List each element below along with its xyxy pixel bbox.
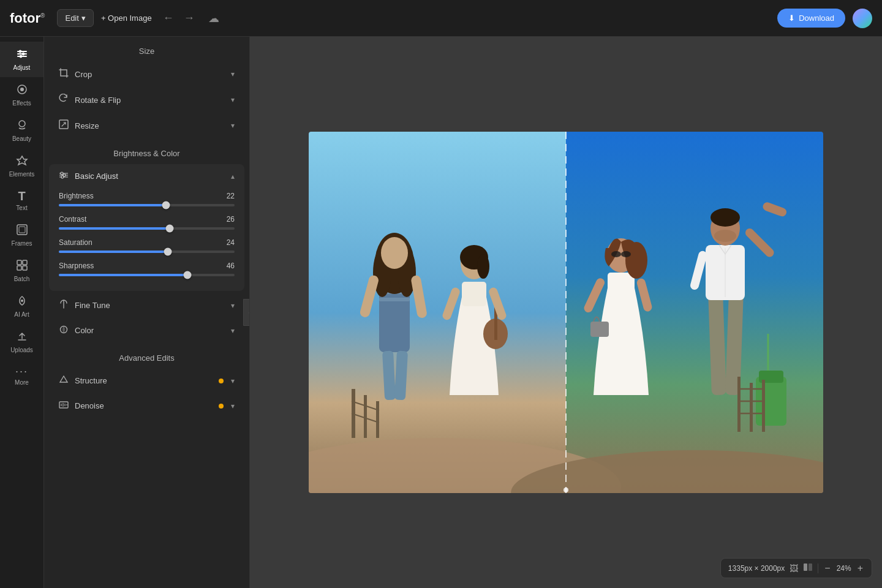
- crop-chevron: ▾: [231, 70, 235, 78]
- sidebar-item-ai-art[interactable]: AI Art: [0, 288, 43, 324]
- panel: Size Crop ▾ Rotate & Flip ▾: [44, 37, 250, 588]
- structure-item[interactable]: Structure ▾: [49, 369, 244, 393]
- rotate-icon: [59, 94, 69, 106]
- svg-rect-83: [737, 377, 741, 432]
- sidebar-item-more[interactable]: ··· More: [0, 360, 43, 392]
- sidebar-label-elements: Elements: [9, 171, 35, 178]
- svg-point-48: [381, 237, 408, 269]
- svg-point-76: [714, 230, 736, 242]
- topbar-right: ⬇ Download: [777, 9, 872, 28]
- denoise-dot: [219, 404, 224, 409]
- zoom-in-button[interactable]: +: [856, 563, 864, 574]
- svg-rect-92: [809, 564, 812, 571]
- sidebar-item-batch[interactable]: Batch: [0, 253, 43, 288]
- brightness-slider-row: Brightness 22: [59, 192, 235, 206]
- svg-rect-84: [750, 383, 753, 432]
- elements-icon: [16, 154, 28, 168]
- basic-adjust-chevron: ▴: [231, 172, 235, 181]
- svg-point-7: [20, 88, 24, 91]
- advanced-edits-section-title: Advanced Edits: [44, 344, 249, 369]
- contrast-label: Contrast: [59, 215, 86, 224]
- sidebar-label-batch: Batch: [14, 276, 30, 282]
- saturation-track[interactable]: [59, 251, 235, 253]
- size-section-title: Size: [44, 37, 249, 62]
- basic-adjust-header[interactable]: Basic Adjust ▴: [49, 164, 244, 188]
- sharpness-track[interactable]: [59, 274, 235, 276]
- svg-rect-15: [23, 266, 27, 270]
- crop-item[interactable]: Crop ▾: [49, 62, 244, 86]
- sidebar-item-frames[interactable]: Frames: [0, 217, 43, 253]
- rotate-chevron: ▾: [231, 96, 235, 104]
- more-icon: ···: [15, 366, 28, 377]
- saturation-label: Saturation: [59, 238, 92, 247]
- sidebar-label-adjust: Adjust: [13, 64, 31, 71]
- uploads-icon: [16, 330, 28, 344]
- cloud-icon[interactable]: ☁: [208, 12, 219, 25]
- back-button[interactable]: ←: [159, 9, 178, 27]
- svg-point-63: [625, 242, 647, 279]
- open-image-button[interactable]: + Open Image: [101, 13, 152, 23]
- sidebar-item-text[interactable]: T Text: [0, 184, 43, 217]
- svg-rect-53: [462, 282, 486, 306]
- svg-rect-10: [17, 225, 27, 235]
- zoom-out-button[interactable]: −: [823, 563, 831, 574]
- contrast-track[interactable]: [59, 227, 235, 230]
- sidebar-item-beauty[interactable]: Beauty: [0, 113, 43, 148]
- svg-rect-67: [590, 322, 609, 337]
- svg-point-75: [710, 208, 740, 227]
- topbar: fotor® Edit ▾ + Open Image ← → ☁ ⬇ Downl…: [0, 0, 882, 37]
- sidebar-item-uploads[interactable]: Uploads: [0, 324, 43, 360]
- status-divider: [818, 564, 818, 573]
- sidebar-item-effects[interactable]: Effects: [0, 77, 43, 113]
- svg-point-5: [20, 55, 22, 58]
- nav-arrows: ← →: [159, 9, 198, 27]
- compare-icon[interactable]: [803, 562, 813, 574]
- photo-mockup: [309, 132, 823, 493]
- sidebar-label-more: More: [15, 379, 29, 386]
- image-container: [309, 132, 823, 493]
- structure-dot: [219, 379, 224, 383]
- denoise-item[interactable]: Denoise ▾: [49, 394, 244, 418]
- resize-item[interactable]: Resize ▾: [49, 113, 244, 138]
- contrast-value: 26: [220, 215, 235, 224]
- sharpness-label: Sharpness: [59, 262, 94, 270]
- download-button[interactable]: ⬇ Download: [777, 9, 845, 28]
- edit-button[interactable]: Edit ▾: [57, 9, 93, 27]
- fine-tune-label: Fine Tune: [75, 301, 110, 310]
- svg-rect-0: [17, 51, 27, 52]
- saturation-value: 24: [220, 238, 235, 247]
- crop-icon: [59, 68, 69, 80]
- brightness-track[interactable]: [59, 204, 235, 206]
- svg-marker-9: [17, 156, 27, 165]
- rotate-flip-item[interactable]: Rotate & Flip ▾: [49, 88, 244, 112]
- svg-point-65: [621, 251, 631, 257]
- color-label: Color: [75, 326, 94, 335]
- sidebar-item-elements[interactable]: Elements: [0, 148, 43, 184]
- color-item[interactable]: Color ▾: [49, 318, 244, 342]
- resize-label: Resize: [75, 121, 99, 130]
- frames-icon: [16, 224, 28, 238]
- svg-rect-14: [17, 266, 21, 270]
- avatar[interactable]: [853, 9, 872, 28]
- contrast-slider-row: Contrast 26: [59, 215, 235, 230]
- svg-rect-36: [376, 401, 379, 438]
- fine-tune-item[interactable]: Fine Tune ▾: [49, 293, 244, 317]
- forward-button[interactable]: →: [180, 9, 198, 27]
- icon-sidebar: Adjust Effects Beauty Elements T Text: [0, 37, 44, 588]
- svg-point-3: [19, 50, 21, 53]
- svg-point-4: [22, 53, 24, 55]
- sharpness-value: 46: [220, 262, 235, 270]
- batch-icon: [16, 259, 28, 273]
- sidebar-item-adjust[interactable]: Adjust: [0, 42, 43, 77]
- sidebar-label-text: Text: [16, 205, 27, 211]
- image-dimensions: 1335px × 2000px: [728, 564, 785, 573]
- color-chevron: ▾: [231, 326, 235, 335]
- collapse-panel-button[interactable]: ‹: [243, 299, 250, 326]
- resize-chevron: ▾: [231, 121, 235, 130]
- svg-point-64: [611, 251, 621, 257]
- sidebar-label-beauty: Beauty: [12, 135, 31, 142]
- adjust-icon: [16, 48, 28, 62]
- status-bar: 1335px × 2000px 🖼 − 24% +: [720, 558, 872, 578]
- brightness-value: 22: [220, 192, 235, 200]
- image-type-icon[interactable]: 🖼: [790, 564, 798, 573]
